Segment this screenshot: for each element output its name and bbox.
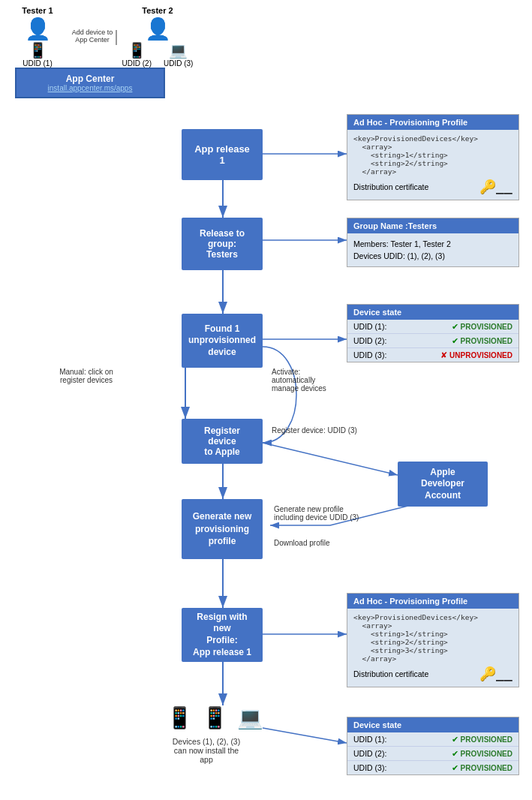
- status-2-s1: PROVISIONED: [461, 337, 512, 345]
- check-icon-2: ✔: [452, 336, 458, 345]
- register-device-label: Register device to Apple: [192, 426, 252, 457]
- tester1-phone-icon: 📱: [15, 41, 60, 59]
- status-3-s1: UNPROVISIONED: [449, 351, 512, 359]
- tester1-block: Tester 1 👤 📱 UDID (1): [15, 6, 60, 68]
- udid2-label-s1: UDID (2):: [353, 336, 452, 345]
- app-center-box[interactable]: App Center install.appcenter.ms/apps: [15, 68, 165, 98]
- diagram-container: Tester 1 👤 📱 UDID (1) Tester 2 👤 📱 UDID …: [0, 0, 532, 800]
- check-icon-s2-2: ✔: [452, 749, 458, 758]
- bottom-devices-row: 📱 📱 💻: [167, 705, 263, 730]
- app-release-label: App release 1: [192, 143, 252, 166]
- device-state-2-row-2: UDID (2): ✔ PROVISIONED: [347, 746, 518, 760]
- bottom-phone-icon-2: 📱: [202, 705, 228, 730]
- tester1-person-icon: 👤: [15, 17, 60, 41]
- release-group-box: Release to group: Testers: [182, 218, 263, 270]
- udid2-label-s2: UDID (2):: [353, 749, 452, 758]
- adhoc-panel-1-cert-label: Distribution certificate: [353, 182, 428, 191]
- bottom-phone-icon-1: 📱: [167, 705, 193, 730]
- app-center-link[interactable]: install.appcenter.ms/apps: [24, 84, 156, 92]
- generate-profile-box: Generate new provisioning profile: [182, 499, 263, 559]
- resign-box: Resign with new Profile: App release 1: [182, 608, 263, 662]
- group-devices: Devices UDID: (1), (2), (3): [353, 250, 512, 262]
- bottom-tablet-icon: 💻: [237, 705, 263, 730]
- adhoc-panel-2-cert-label: Distribution certificate: [353, 669, 428, 678]
- tester2-tablet-icon: 💻: [164, 41, 193, 59]
- adhoc-panel-2-cert-row: Distribution certificate 🔑⎯⎯: [353, 666, 512, 682]
- tester2-udid2: UDID (2): [122, 59, 152, 68]
- adhoc-panel-1: Ad Hoc - Provisioning Profile <key>Provi…: [347, 114, 519, 200]
- tester2-block: Tester 2 👤 📱 UDID (2) 💻 UDID (3): [120, 6, 195, 68]
- device-state-2-row-1: UDID (1): ✔ PROVISIONED: [347, 732, 518, 746]
- adhoc-panel-2-code: <key>ProvisionedDevices</key> <array> <s…: [353, 613, 512, 663]
- udid3-label-s2: UDID (3):: [353, 763, 452, 772]
- found-device-box: Found 1 unprovisionned device: [182, 314, 263, 368]
- udid1-label-s1: UDID (1):: [353, 322, 452, 331]
- device-state-row-2: UDID (2): ✔ PROVISIONED: [347, 333, 518, 347]
- tester2-label: Tester 2: [120, 6, 195, 15]
- generate-profile-label: Generate new provisioning profile: [193, 510, 252, 548]
- device-state-2-row-3: UDID (3): ✔ PROVISIONED: [347, 760, 518, 774]
- key-icon-1: 🔑⎯⎯: [479, 179, 512, 195]
- device-state-1-header: Device state: [347, 305, 518, 320]
- adhoc-panel-2: Ad Hoc - Provisioning Profile <key>Provi…: [347, 593, 519, 687]
- resign-label: Resign with new Profile: App release 1: [192, 612, 252, 658]
- device-state-2-header: Device state: [347, 717, 518, 732]
- tester2-person-icon: 👤: [120, 17, 195, 41]
- group-panel-header: Group Name :Testers: [347, 218, 518, 233]
- svg-line-8: [263, 443, 398, 475]
- app-center-title: App Center: [24, 74, 156, 84]
- apple-dev-label: Apple Developer Account: [408, 467, 477, 502]
- device-state-panel-1: Device state UDID (1): ✔ PROVISIONED UDI…: [347, 304, 519, 362]
- devices-install-label: Devices (1), (2), (3) can now install th…: [161, 737, 251, 764]
- svg-line-13: [263, 728, 347, 743]
- adhoc-panel-1-code: <key>ProvisionedDevices</key> <array> <s…: [353, 134, 512, 176]
- check-icon-s2-3: ✔: [452, 763, 458, 772]
- key-icon-2: 🔑⎯⎯: [479, 666, 512, 682]
- group-members: Members: Tester 1, Tester 2: [353, 238, 512, 250]
- apple-dev-box: Apple Developer Account: [398, 462, 488, 507]
- app-release-box: App release 1: [182, 129, 263, 180]
- x-icon-3: ✘: [440, 350, 447, 359]
- device-state-panel-2: Device state UDID (1): ✔ PROVISIONED UDI…: [347, 717, 519, 775]
- check-icon-1: ✔: [452, 322, 458, 331]
- adhoc-panel-1-header: Ad Hoc - Provisioning Profile: [347, 115, 518, 130]
- manual-click-label: Manual: click on register devices: [49, 368, 124, 384]
- device-state-row-3: UDID (3): ✘ UNPROVISIONED: [347, 347, 518, 362]
- add-device-label: Add device to App Center: [69, 29, 116, 44]
- release-group-label: Release to group: Testers: [200, 228, 245, 260]
- status-2-s2: PROVISIONED: [461, 750, 512, 758]
- device-state-row-1: UDID (1): ✔ PROVISIONED: [347, 320, 518, 333]
- tester2-phone-icon: 📱: [122, 41, 152, 59]
- register-device-udid-label: Register device: UDID (3): [272, 426, 357, 435]
- status-3-s2: PROVISIONED: [461, 764, 512, 772]
- activate-label: Activate: automatically manage devices: [272, 368, 347, 392]
- status-1-s2: PROVISIONED: [461, 735, 512, 744]
- found-device-label: Found 1 unprovisionned device: [188, 323, 256, 359]
- generate-profile-arrow-label: Generate new profile including device UD…: [274, 505, 359, 522]
- download-profile-label: Download profile: [274, 539, 330, 547]
- status-1-s1: PROVISIONED: [461, 323, 512, 331]
- tester1-label: Tester 1: [15, 6, 60, 15]
- tester1-udid: UDID (1): [15, 59, 60, 68]
- group-panel: Group Name :Testers Members: Tester 1, T…: [347, 218, 519, 267]
- register-device-box: Register device to Apple: [182, 419, 263, 464]
- check-icon-s2-1: ✔: [452, 735, 458, 744]
- udid1-label-s2: UDID (1):: [353, 735, 452, 744]
- adhoc-panel-2-header: Ad Hoc - Provisioning Profile: [347, 594, 518, 609]
- udid3-label-s1: UDID (3):: [353, 350, 440, 359]
- tester2-udid3: UDID (3): [164, 59, 193, 68]
- adhoc-panel-1-cert-row: Distribution certificate 🔑⎯⎯: [353, 179, 512, 195]
